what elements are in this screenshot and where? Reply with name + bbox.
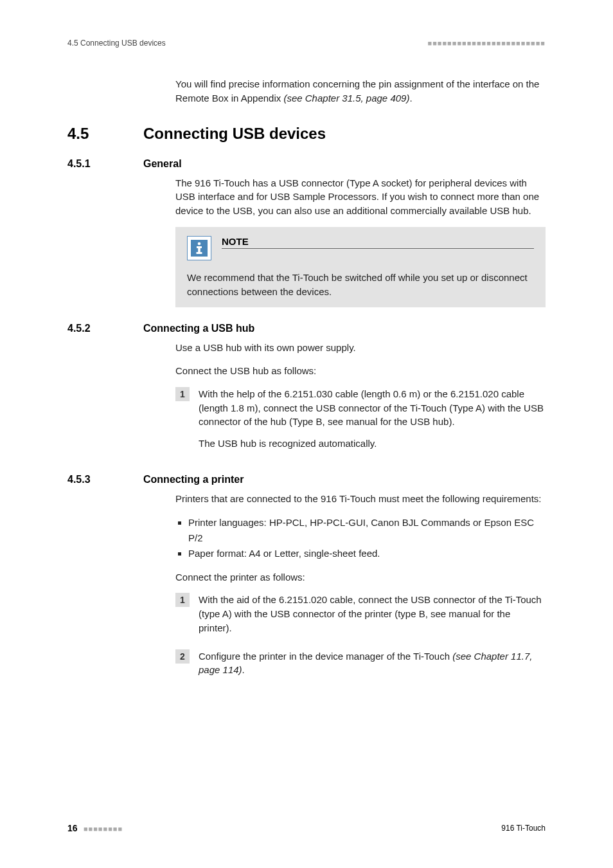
heading-4-5-1-title: General bbox=[143, 158, 182, 170]
info-icon bbox=[187, 236, 211, 260]
sec452-step1-a: With the help of the 6.2151.030 cable (l… bbox=[199, 387, 546, 429]
requirements-list: Printer languages: HP-PCL, HP-PCL-GUI, C… bbox=[175, 515, 546, 561]
sec453-step2-dot: . bbox=[242, 664, 245, 675]
heading-4-5-2: 4.5.2 Connecting a USB hub bbox=[67, 323, 546, 334]
sec453-body: Printers that are connected to the 916 T… bbox=[175, 492, 546, 584]
page-header: 4.5 Connecting USB devices ■■■■■■■■■■■■■… bbox=[67, 39, 546, 48]
heading-4-5-num: 4.5 bbox=[67, 125, 112, 143]
sec453-step1-text: With the aid of the 6.2151.020 cable, co… bbox=[199, 593, 546, 635]
sec453-step2-text: Configure the printer in the device mana… bbox=[199, 649, 546, 678]
note-box: NOTE We recommend that the Ti-Touch be s… bbox=[175, 227, 546, 308]
heading-4-5-3-num: 4.5.3 bbox=[67, 474, 112, 485]
sec452-p1: Use a USB hub with its own power supply. bbox=[175, 341, 546, 355]
sec453-step2-a: Configure the printer in the device mana… bbox=[199, 651, 452, 662]
heading-4-5-3: 4.5.3 Connecting a printer bbox=[67, 474, 546, 485]
step-number: 1 bbox=[175, 387, 190, 401]
heading-4-5-1-num: 4.5.1 bbox=[67, 158, 112, 170]
svg-point-1 bbox=[198, 242, 201, 245]
req-item-1: Printer languages: HP-PCL, HP-PCL-GUI, C… bbox=[188, 515, 546, 546]
sec453-p2: Connect the printer as follows: bbox=[175, 570, 546, 584]
req-item-2: Paper format: A4 or Letter, single-sheet… bbox=[188, 546, 546, 561]
heading-4-5-2-num: 4.5.2 bbox=[67, 323, 112, 334]
intro-crossref: (see Chapter 31.5, page 409) bbox=[283, 93, 409, 104]
heading-4-5-2-title: Connecting a USB hub bbox=[143, 323, 254, 334]
sec453-step2: 2 Configure the printer in the device ma… bbox=[175, 649, 546, 685]
sec452-p2: Connect the USB hub as follows: bbox=[175, 364, 546, 378]
sec452-body: Use a USB hub with its own power supply.… bbox=[175, 341, 546, 378]
intro-terminator: . bbox=[409, 93, 412, 104]
note-label: NOTE bbox=[222, 236, 534, 249]
sec451-body: The 916 Ti-Touch has a USB connector (Ty… bbox=[175, 176, 546, 218]
step-number: 2 bbox=[175, 649, 190, 664]
page-footer: 16 ■■■■■■■■ 916 Ti-Touch bbox=[67, 823, 546, 833]
page-number: 16 bbox=[67, 823, 78, 833]
heading-4-5-1: 4.5.1 General bbox=[67, 158, 546, 170]
heading-4-5-title: Connecting USB devices bbox=[143, 125, 326, 143]
sec453-step1: 1 With the aid of the 6.2151.020 cable, … bbox=[175, 593, 546, 642]
footer-product: 916 Ti-Touch bbox=[501, 824, 546, 833]
intro-paragraph: You will find precise information concer… bbox=[175, 77, 546, 105]
heading-4-5-3-title: Connecting a printer bbox=[143, 474, 244, 485]
header-section-ref: 4.5 Connecting USB devices bbox=[67, 39, 166, 48]
heading-4-5: 4.5 Connecting USB devices bbox=[67, 125, 546, 143]
footer-decor: ■■■■■■■■ bbox=[84, 825, 123, 833]
sec451-p1: The 916 Ti-Touch has a USB connector (Ty… bbox=[175, 176, 546, 218]
svg-rect-4 bbox=[197, 252, 202, 254]
sec453-p1: Printers that are connected to the 916 T… bbox=[175, 492, 546, 506]
sec452-step1: 1 With the help of the 6.2151.030 cable … bbox=[175, 387, 546, 458]
note-body: We recommend that the Ti-Touch be switch… bbox=[187, 271, 534, 299]
sec452-step1-b: The USB hub is recognized automatically. bbox=[199, 437, 546, 451]
step-number: 1 bbox=[175, 593, 190, 607]
header-decor: ■■■■■■■■■■■■■■■■■■■■■■■■ bbox=[428, 39, 546, 47]
